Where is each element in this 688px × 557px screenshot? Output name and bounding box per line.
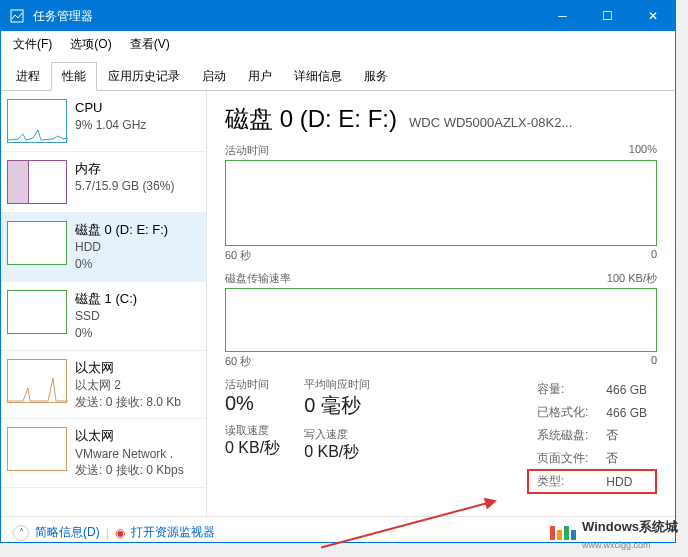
watermark-brand: Windows系统城 [582, 519, 678, 534]
transfer-rate-chart [225, 288, 657, 352]
menubar: 文件(F) 选项(O) 查看(V) [1, 31, 675, 57]
eth1-sparkline [7, 427, 67, 471]
window-title: 任务管理器 [33, 8, 540, 25]
eth0-title: 以太网 [75, 359, 181, 377]
eth1-title: 以太网 [75, 427, 184, 445]
disk0-sub1: HDD [75, 239, 168, 256]
tab-details[interactable]: 详细信息 [283, 62, 353, 91]
disk1-sparkline [7, 290, 67, 334]
disk-heading: 磁盘 0 (D: E: F:) [225, 103, 397, 135]
cpu-title: CPU [75, 99, 146, 117]
stats-row: 活动时间0% 读取速度0 KB/秒 平均响应时间0 毫秒 写入速度0 KB/秒 … [225, 377, 657, 494]
close-button[interactable]: ✕ [630, 1, 675, 31]
formatted-label: 已格式化: [529, 402, 596, 423]
tab-apphistory[interactable]: 应用历史记录 [97, 62, 191, 91]
sysdisk-value: 否 [598, 425, 655, 446]
eth1-sub1: VMware Network . [75, 446, 184, 463]
disk-properties: 容量:466 GB 已格式化:466 GB 系统磁盘:否 页面文件:否 类型:H… [527, 377, 657, 494]
active-time-chart-block: 活动时间100% 60 秒0 [225, 143, 657, 263]
menu-view[interactable]: 查看(V) [124, 33, 176, 56]
svg-rect-0 [11, 10, 23, 22]
activity-icon: ◉ [115, 526, 125, 540]
type-label: 类型: [529, 471, 596, 492]
formatted-value: 466 GB [598, 402, 655, 423]
sysdisk-label: 系统磁盘: [529, 425, 596, 446]
active-time-chart [225, 160, 657, 246]
read-speed-label: 读取速度 [225, 423, 280, 438]
sidebar-cpu[interactable]: CPU9% 1.04 GHz [1, 91, 206, 152]
tab-performance[interactable]: 性能 [51, 62, 97, 91]
write-speed-label: 写入速度 [304, 427, 370, 442]
maximize-button[interactable]: ☐ [585, 1, 630, 31]
sidebar-disk1[interactable]: 磁盘 1 (C:)SSD0% [1, 282, 206, 351]
eth0-sparkline [7, 359, 67, 403]
disk-model: WDC WD5000AZLX-08K2... [409, 115, 572, 130]
mem-sparkline [7, 160, 67, 204]
chart2-label: 磁盘传输速率 [225, 271, 291, 286]
mem-sub: 5.7/15.9 GB (36%) [75, 178, 174, 195]
task-manager-window: 任务管理器 ─ ☐ ✕ 文件(F) 选项(O) 查看(V) 进程 性能 应用历史… [0, 0, 676, 543]
resp-time-label: 平均响应时间 [304, 377, 370, 392]
eth1-sub2: 发送: 0 接收: 0 Kbps [75, 462, 184, 479]
tab-services[interactable]: 服务 [353, 62, 399, 91]
brief-info-link[interactable]: 简略信息(D) [35, 524, 100, 541]
sidebar-eth1[interactable]: 以太网VMware Network .发送: 0 接收: 0 Kbps [1, 419, 206, 488]
chart1-label: 活动时间 [225, 143, 269, 158]
minimize-button[interactable]: ─ [540, 1, 585, 31]
content-area: CPU9% 1.04 GHz 内存5.7/15.9 GB (36%) 磁盘 0 … [1, 91, 675, 516]
capacity-label: 容量: [529, 379, 596, 400]
chevron-up-icon[interactable]: ˄ [13, 525, 29, 541]
chart1-xaxis: 60 秒 [225, 248, 251, 263]
chart1-xaxis-end: 0 [651, 248, 657, 263]
main-panel: 磁盘 0 (D: E: F:) WDC WD5000AZLX-08K2... 活… [207, 91, 675, 516]
cpu-sparkline [7, 99, 67, 143]
sidebar-memory[interactable]: 内存5.7/15.9 GB (36%) [1, 152, 206, 213]
cpu-sub: 9% 1.04 GHz [75, 117, 146, 134]
sidebar-disk0[interactable]: 磁盘 0 (D: E: F:)HDD0% [1, 213, 206, 282]
disk1-title: 磁盘 1 (C:) [75, 290, 137, 308]
chart2-max: 100 KB/秒 [607, 271, 657, 286]
sidebar-eth0[interactable]: 以太网以太网 2发送: 0 接收: 8.0 Kb [1, 351, 206, 420]
chart2-xaxis-end: 0 [651, 354, 657, 369]
chart2-xaxis: 60 秒 [225, 354, 251, 369]
eth0-sub1: 以太网 2 [75, 377, 181, 394]
active-time-label: 活动时间 [225, 377, 280, 392]
app-icon [9, 8, 25, 24]
tab-processes[interactable]: 进程 [5, 62, 51, 91]
type-value: HDD [598, 471, 655, 492]
transfer-rate-chart-block: 磁盘传输速率100 KB/秒 60 秒0 [225, 271, 657, 369]
logo-icon [550, 526, 578, 543]
pagefile-label: 页面文件: [529, 448, 596, 469]
disk0-sub2: 0% [75, 256, 168, 273]
chart1-max: 100% [629, 143, 657, 158]
pagefile-value: 否 [598, 448, 655, 469]
resmon-link[interactable]: 打开资源监视器 [131, 524, 215, 541]
titlebar[interactable]: 任务管理器 ─ ☐ ✕ [1, 1, 675, 31]
tab-users[interactable]: 用户 [237, 62, 283, 91]
read-speed-value: 0 KB/秒 [225, 438, 280, 459]
active-time-value: 0% [225, 392, 280, 415]
write-speed-value: 0 KB/秒 [304, 442, 370, 463]
menu-file[interactable]: 文件(F) [7, 33, 58, 56]
resp-time-value: 0 毫秒 [304, 392, 370, 419]
watermark-url: www.wxclgg.com [582, 540, 651, 550]
mem-title: 内存 [75, 160, 174, 178]
capacity-value: 466 GB [598, 379, 655, 400]
disk1-sub1: SSD [75, 308, 137, 325]
tabs: 进程 性能 应用历史记录 启动 用户 详细信息 服务 [1, 61, 675, 91]
menu-options[interactable]: 选项(O) [64, 33, 117, 56]
disk0-title: 磁盘 0 (D: E: F:) [75, 221, 168, 239]
watermark: Windows系统城www.wxclgg.com [550, 518, 678, 551]
disk1-sub2: 0% [75, 325, 137, 342]
disk0-sparkline [7, 221, 67, 265]
eth0-sub2: 发送: 0 接收: 8.0 Kb [75, 394, 181, 411]
perf-sidebar: CPU9% 1.04 GHz 内存5.7/15.9 GB (36%) 磁盘 0 … [1, 91, 207, 516]
tab-startup[interactable]: 启动 [191, 62, 237, 91]
